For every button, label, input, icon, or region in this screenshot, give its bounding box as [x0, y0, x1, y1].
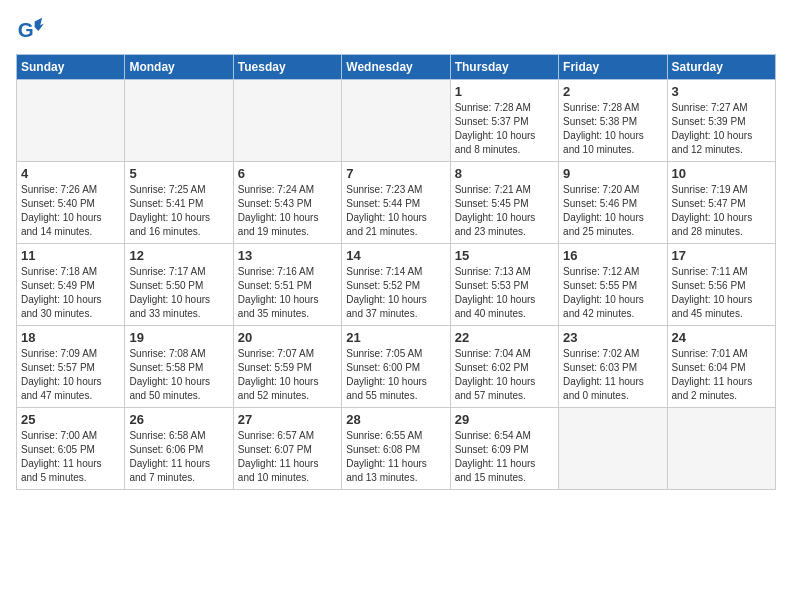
day-number: 1	[455, 84, 554, 99]
day-number: 3	[672, 84, 771, 99]
day-number: 8	[455, 166, 554, 181]
day-number: 20	[238, 330, 337, 345]
calendar-cell: 10Sunrise: 7:19 AM Sunset: 5:47 PM Dayli…	[667, 162, 775, 244]
day-number: 28	[346, 412, 445, 427]
day-number: 5	[129, 166, 228, 181]
day-info: Sunrise: 7:02 AM Sunset: 6:03 PM Dayligh…	[563, 347, 662, 403]
calendar-cell: 23Sunrise: 7:02 AM Sunset: 6:03 PM Dayli…	[559, 326, 667, 408]
calendar-cell: 18Sunrise: 7:09 AM Sunset: 5:57 PM Dayli…	[17, 326, 125, 408]
calendar-cell: 8Sunrise: 7:21 AM Sunset: 5:45 PM Daylig…	[450, 162, 558, 244]
day-info: Sunrise: 7:00 AM Sunset: 6:05 PM Dayligh…	[21, 429, 120, 485]
day-number: 6	[238, 166, 337, 181]
column-header-sunday: Sunday	[17, 55, 125, 80]
day-info: Sunrise: 7:09 AM Sunset: 5:57 PM Dayligh…	[21, 347, 120, 403]
day-number: 22	[455, 330, 554, 345]
day-info: Sunrise: 7:13 AM Sunset: 5:53 PM Dayligh…	[455, 265, 554, 321]
column-header-wednesday: Wednesday	[342, 55, 450, 80]
day-info: Sunrise: 7:05 AM Sunset: 6:00 PM Dayligh…	[346, 347, 445, 403]
logo: G	[16, 16, 48, 44]
day-info: Sunrise: 7:12 AM Sunset: 5:55 PM Dayligh…	[563, 265, 662, 321]
calendar-cell: 4Sunrise: 7:26 AM Sunset: 5:40 PM Daylig…	[17, 162, 125, 244]
day-number: 27	[238, 412, 337, 427]
day-info: Sunrise: 7:19 AM Sunset: 5:47 PM Dayligh…	[672, 183, 771, 239]
day-info: Sunrise: 6:58 AM Sunset: 6:06 PM Dayligh…	[129, 429, 228, 485]
day-info: Sunrise: 7:16 AM Sunset: 5:51 PM Dayligh…	[238, 265, 337, 321]
day-info: Sunrise: 7:14 AM Sunset: 5:52 PM Dayligh…	[346, 265, 445, 321]
day-info: Sunrise: 7:25 AM Sunset: 5:41 PM Dayligh…	[129, 183, 228, 239]
day-info: Sunrise: 7:24 AM Sunset: 5:43 PM Dayligh…	[238, 183, 337, 239]
column-header-thursday: Thursday	[450, 55, 558, 80]
day-info: Sunrise: 6:54 AM Sunset: 6:09 PM Dayligh…	[455, 429, 554, 485]
calendar-week-row: 4Sunrise: 7:26 AM Sunset: 5:40 PM Daylig…	[17, 162, 776, 244]
day-info: Sunrise: 7:27 AM Sunset: 5:39 PM Dayligh…	[672, 101, 771, 157]
calendar-cell: 2Sunrise: 7:28 AM Sunset: 5:38 PM Daylig…	[559, 80, 667, 162]
day-info: Sunrise: 7:26 AM Sunset: 5:40 PM Dayligh…	[21, 183, 120, 239]
column-header-tuesday: Tuesday	[233, 55, 341, 80]
calendar-cell: 19Sunrise: 7:08 AM Sunset: 5:58 PM Dayli…	[125, 326, 233, 408]
day-info: Sunrise: 7:01 AM Sunset: 6:04 PM Dayligh…	[672, 347, 771, 403]
day-number: 23	[563, 330, 662, 345]
calendar-cell	[125, 80, 233, 162]
calendar-cell: 9Sunrise: 7:20 AM Sunset: 5:46 PM Daylig…	[559, 162, 667, 244]
day-number: 25	[21, 412, 120, 427]
day-number: 14	[346, 248, 445, 263]
day-info: Sunrise: 7:18 AM Sunset: 5:49 PM Dayligh…	[21, 265, 120, 321]
calendar-cell	[667, 408, 775, 490]
calendar-cell: 29Sunrise: 6:54 AM Sunset: 6:09 PM Dayli…	[450, 408, 558, 490]
calendar-cell: 1Sunrise: 7:28 AM Sunset: 5:37 PM Daylig…	[450, 80, 558, 162]
calendar-cell: 16Sunrise: 7:12 AM Sunset: 5:55 PM Dayli…	[559, 244, 667, 326]
calendar-cell: 7Sunrise: 7:23 AM Sunset: 5:44 PM Daylig…	[342, 162, 450, 244]
day-info: Sunrise: 7:04 AM Sunset: 6:02 PM Dayligh…	[455, 347, 554, 403]
calendar-cell: 25Sunrise: 7:00 AM Sunset: 6:05 PM Dayli…	[17, 408, 125, 490]
calendar-cell: 13Sunrise: 7:16 AM Sunset: 5:51 PM Dayli…	[233, 244, 341, 326]
day-number: 7	[346, 166, 445, 181]
calendar-cell: 11Sunrise: 7:18 AM Sunset: 5:49 PM Dayli…	[17, 244, 125, 326]
calendar-cell: 5Sunrise: 7:25 AM Sunset: 5:41 PM Daylig…	[125, 162, 233, 244]
calendar-cell	[342, 80, 450, 162]
calendar-cell: 20Sunrise: 7:07 AM Sunset: 5:59 PM Dayli…	[233, 326, 341, 408]
svg-marker-1	[35, 18, 44, 31]
day-number: 13	[238, 248, 337, 263]
calendar-cell	[233, 80, 341, 162]
day-number: 15	[455, 248, 554, 263]
day-info: Sunrise: 7:11 AM Sunset: 5:56 PM Dayligh…	[672, 265, 771, 321]
day-number: 18	[21, 330, 120, 345]
day-info: Sunrise: 6:55 AM Sunset: 6:08 PM Dayligh…	[346, 429, 445, 485]
day-number: 10	[672, 166, 771, 181]
day-number: 11	[21, 248, 120, 263]
day-info: Sunrise: 7:07 AM Sunset: 5:59 PM Dayligh…	[238, 347, 337, 403]
calendar-cell: 6Sunrise: 7:24 AM Sunset: 5:43 PM Daylig…	[233, 162, 341, 244]
calendar-cell: 26Sunrise: 6:58 AM Sunset: 6:06 PM Dayli…	[125, 408, 233, 490]
day-number: 24	[672, 330, 771, 345]
day-info: Sunrise: 7:20 AM Sunset: 5:46 PM Dayligh…	[563, 183, 662, 239]
calendar-cell: 14Sunrise: 7:14 AM Sunset: 5:52 PM Dayli…	[342, 244, 450, 326]
calendar-cell: 21Sunrise: 7:05 AM Sunset: 6:00 PM Dayli…	[342, 326, 450, 408]
calendar-cell: 24Sunrise: 7:01 AM Sunset: 6:04 PM Dayli…	[667, 326, 775, 408]
svg-text:G: G	[18, 18, 34, 41]
day-number: 19	[129, 330, 228, 345]
calendar-table: SundayMondayTuesdayWednesdayThursdayFrid…	[16, 54, 776, 490]
calendar-week-row: 11Sunrise: 7:18 AM Sunset: 5:49 PM Dayli…	[17, 244, 776, 326]
calendar-cell: 3Sunrise: 7:27 AM Sunset: 5:39 PM Daylig…	[667, 80, 775, 162]
day-number: 9	[563, 166, 662, 181]
day-info: Sunrise: 7:23 AM Sunset: 5:44 PM Dayligh…	[346, 183, 445, 239]
day-number: 2	[563, 84, 662, 99]
calendar-cell: 22Sunrise: 7:04 AM Sunset: 6:02 PM Dayli…	[450, 326, 558, 408]
day-info: Sunrise: 7:21 AM Sunset: 5:45 PM Dayligh…	[455, 183, 554, 239]
page-header: G	[16, 16, 776, 44]
day-number: 17	[672, 248, 771, 263]
day-number: 4	[21, 166, 120, 181]
calendar-cell: 28Sunrise: 6:55 AM Sunset: 6:08 PM Dayli…	[342, 408, 450, 490]
day-info: Sunrise: 7:17 AM Sunset: 5:50 PM Dayligh…	[129, 265, 228, 321]
calendar-week-row: 18Sunrise: 7:09 AM Sunset: 5:57 PM Dayli…	[17, 326, 776, 408]
calendar-cell	[559, 408, 667, 490]
calendar-cell: 12Sunrise: 7:17 AM Sunset: 5:50 PM Dayli…	[125, 244, 233, 326]
calendar-week-row: 25Sunrise: 7:00 AM Sunset: 6:05 PM Dayli…	[17, 408, 776, 490]
day-info: Sunrise: 7:28 AM Sunset: 5:38 PM Dayligh…	[563, 101, 662, 157]
day-number: 21	[346, 330, 445, 345]
day-number: 16	[563, 248, 662, 263]
day-info: Sunrise: 7:28 AM Sunset: 5:37 PM Dayligh…	[455, 101, 554, 157]
day-info: Sunrise: 6:57 AM Sunset: 6:07 PM Dayligh…	[238, 429, 337, 485]
calendar-cell: 15Sunrise: 7:13 AM Sunset: 5:53 PM Dayli…	[450, 244, 558, 326]
calendar-cell	[17, 80, 125, 162]
